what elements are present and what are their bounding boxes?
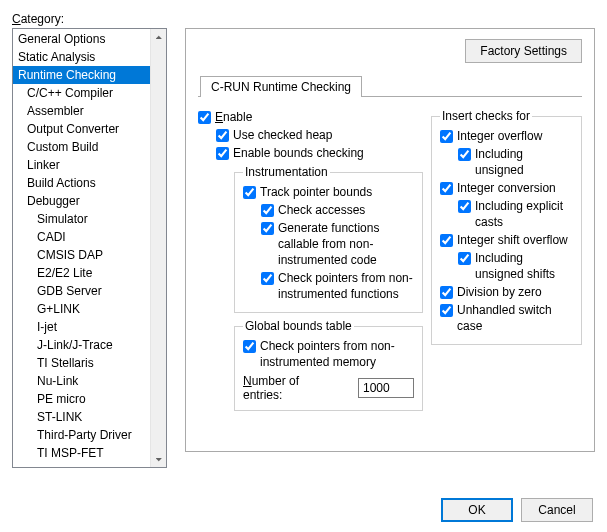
category-item[interactable]: CMSIS DAP xyxy=(13,246,150,264)
category-item[interactable]: J-Link/J-Trace xyxy=(13,336,150,354)
category-item[interactable]: ST-LINK xyxy=(13,408,150,426)
category-listbox[interactable]: General OptionsStatic AnalysisRuntime Ch… xyxy=(12,28,167,468)
num-entries-row: Number of entries: xyxy=(243,374,414,402)
category-item[interactable]: Assembler xyxy=(13,102,150,120)
category-item[interactable]: Nu-Link xyxy=(13,372,150,390)
category-item[interactable]: Static Analysis xyxy=(13,48,150,66)
category-item[interactable]: TI Stellaris xyxy=(13,354,150,372)
insert-checks-legend: Insert checks for xyxy=(440,109,532,123)
insert-checks-group: Insert checks for Integer overflow Inclu… xyxy=(431,109,582,345)
category-item[interactable]: C/C++ Compiler xyxy=(13,84,150,102)
check-ptr-noninst-mem-checkbox[interactable]: Check pointers from non-instrumented mem… xyxy=(243,338,414,370)
scroll-down-button[interactable]: ⏷ xyxy=(151,451,166,467)
category-item[interactable]: Linker xyxy=(13,156,150,174)
track-pointer-checkbox[interactable]: Track pointer bounds xyxy=(243,184,414,200)
use-checked-heap-checkbox[interactable]: Use checked heap xyxy=(216,127,423,143)
category-item[interactable]: G+LINK xyxy=(13,300,150,318)
category-item[interactable]: General Options xyxy=(13,30,150,48)
incl-explicit-checkbox[interactable]: Including explicit casts xyxy=(458,198,573,230)
category-item[interactable]: PE micro xyxy=(13,390,150,408)
unhandled-switch-checkbox[interactable]: Unhandled switch case xyxy=(440,302,573,334)
right-pane: Factory Settings C-RUN Runtime Checking … xyxy=(185,28,595,452)
category-item[interactable]: Simulator xyxy=(13,210,150,228)
settings-panel: Factory Settings C-RUN Runtime Checking … xyxy=(185,28,595,452)
tab-header: C-RUN Runtime Checking xyxy=(198,75,582,97)
category-item[interactable]: TI MSP-FET xyxy=(13,444,150,462)
columns: General OptionsStatic AnalysisRuntime Ch… xyxy=(12,28,595,468)
instrumentation-group: Instrumentation Track pointer bounds xyxy=(234,165,423,313)
category-item[interactable]: Runtime Checking xyxy=(13,66,150,84)
ok-button[interactable]: OK xyxy=(441,498,513,522)
controls-right: Insert checks for Integer overflow Inclu… xyxy=(431,109,582,417)
listbox-scrollbar[interactable]: ⏶ ⏷ xyxy=(150,29,166,467)
int-shift-checkbox[interactable]: Integer shift overflow xyxy=(440,232,573,248)
global-bounds-group: Global bounds table Check pointers from … xyxy=(234,319,423,411)
global-bounds-legend: Global bounds table xyxy=(243,319,354,333)
tab-crun[interactable]: C-RUN Runtime Checking xyxy=(200,76,362,97)
controls: Enable Use checked heap Enable bounds ch… xyxy=(198,109,582,417)
num-entries-input[interactable] xyxy=(358,378,414,398)
scroll-up-button[interactable]: ⏶ xyxy=(151,29,166,45)
div-zero-checkbox[interactable]: Division by zero xyxy=(440,284,573,300)
category-item[interactable]: E2/E2 Lite xyxy=(13,264,150,282)
int-conv-checkbox[interactable]: Integer conversion xyxy=(440,180,573,196)
num-entries-label: Number of entries: xyxy=(243,374,338,402)
category-item[interactable]: Third-Party Driver xyxy=(13,426,150,444)
dialog: Category: General OptionsStatic Analysis… xyxy=(0,0,607,532)
dialog-buttons: OK Cancel xyxy=(441,498,593,522)
incl-unsigned-shifts-checkbox[interactable]: Including unsigned shifts xyxy=(458,250,573,282)
generate-functions-checkbox[interactable]: Generate functions callable from non-ins… xyxy=(261,220,414,268)
category-item[interactable]: Build Actions xyxy=(13,174,150,192)
controls-left: Enable Use checked heap Enable bounds ch… xyxy=(198,109,423,417)
category-label: Category: xyxy=(12,12,595,26)
category-item[interactable]: Output Converter xyxy=(13,120,150,138)
category-item[interactable]: Debugger xyxy=(13,192,150,210)
category-item[interactable]: GDB Server xyxy=(13,282,150,300)
check-accesses-checkbox[interactable]: Check accesses xyxy=(261,202,414,218)
category-item[interactable]: Custom Build xyxy=(13,138,150,156)
cancel-button[interactable]: Cancel xyxy=(521,498,593,522)
enable-checkbox[interactable]: Enable xyxy=(198,109,423,125)
category-item[interactable]: CADI xyxy=(13,228,150,246)
int-overflow-checkbox[interactable]: Integer overflow xyxy=(440,128,573,144)
incl-unsigned-checkbox[interactable]: Including unsigned xyxy=(458,146,573,178)
instrumentation-legend: Instrumentation xyxy=(243,165,330,179)
check-ptr-noninst-funcs-checkbox[interactable]: Check pointers from non-instrumented fun… xyxy=(261,270,414,302)
factory-settings-button[interactable]: Factory Settings xyxy=(465,39,582,63)
category-item[interactable]: I-jet xyxy=(13,318,150,336)
enable-bounds-checkbox[interactable]: Enable bounds checking xyxy=(216,145,423,161)
